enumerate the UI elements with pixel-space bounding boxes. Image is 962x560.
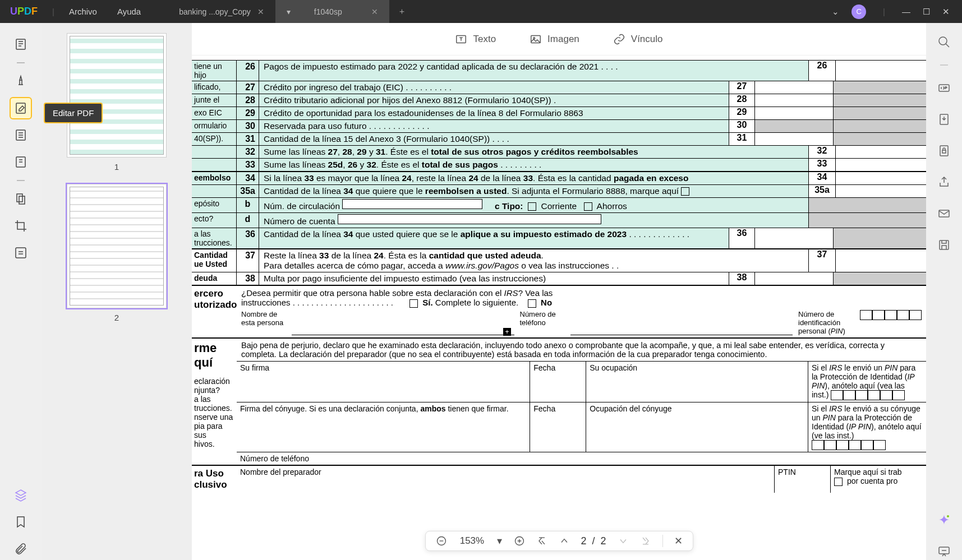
reader-tool[interactable]: [10, 33, 32, 55]
ocr-icon[interactable]: [935, 79, 953, 97]
svg-rect-18: [940, 240, 949, 249]
close-icon[interactable]: ✕: [371, 7, 378, 16]
edit-image-label: Imagen: [547, 34, 579, 45]
share-icon[interactable]: [935, 173, 953, 191]
svg-rect-6: [16, 248, 26, 258]
protect-icon[interactable]: [935, 142, 953, 160]
chevron-down-icon[interactable]: ▾: [287, 7, 291, 16]
close-window-icon[interactable]: ✕: [942, 7, 950, 17]
comment-tool[interactable]: [10, 70, 32, 92]
menu-file[interactable]: Archivo: [59, 7, 107, 16]
layers-tool[interactable]: [10, 484, 32, 506]
thumb-label: 1: [42, 162, 192, 172]
svg-rect-16: [942, 150, 946, 153]
tab-label: f1040sp: [314, 7, 342, 16]
svg-point-19: [947, 515, 949, 517]
user-avatar[interactable]: C: [851, 4, 866, 19]
ai-icon[interactable]: [935, 511, 953, 529]
zoom-level[interactable]: 153%: [458, 535, 486, 547]
svg-rect-0: [16, 39, 25, 49]
new-tab-button[interactable]: ＋: [389, 6, 415, 17]
prev-page-button[interactable]: [558, 535, 569, 547]
edit-pdf-tool[interactable]: [10, 97, 32, 119]
crop-tool[interactable]: [10, 215, 32, 237]
edit-link-label: Vínculo: [631, 34, 663, 45]
redact-tool[interactable]: [10, 242, 32, 264]
next-page-button[interactable]: [618, 535, 629, 547]
minimize-icon[interactable]: —: [902, 7, 910, 16]
edit-text-label: Texto: [473, 34, 496, 45]
edit-pdf-tooltip: Editar PDF: [44, 103, 103, 123]
app-logo: UPDF: [0, 6, 48, 17]
edit-image-button[interactable]: Imagen: [530, 33, 579, 45]
page-thumbnail-1[interactable]: [67, 33, 167, 158]
svg-rect-17: [939, 210, 949, 217]
first-page-button[interactable]: [536, 535, 547, 547]
organize-tool[interactable]: [10, 124, 32, 146]
svg-rect-4: [17, 194, 22, 202]
edit-text-button[interactable]: Texto: [455, 33, 496, 45]
attachment-tool[interactable]: [10, 538, 32, 560]
page-indicator[interactable]: 2 / 2: [581, 535, 606, 547]
svg-rect-15: [940, 146, 948, 156]
email-icon[interactable]: [935, 205, 953, 223]
separator: |: [48, 7, 59, 16]
separator: [17, 62, 25, 63]
separator: [17, 180, 25, 181]
svg-point-12: [939, 37, 947, 45]
tab-label: banking ...opy_Copy: [179, 7, 251, 16]
zoom-in-button[interactable]: [513, 535, 524, 547]
menu-help[interactable]: Ayuda: [107, 7, 151, 16]
tab-f1040sp[interactable]: ▾ f1040sp ✕: [275, 0, 389, 23]
bookmark-tool[interactable]: [10, 511, 32, 533]
zoom-dropdown[interactable]: ▾: [497, 535, 502, 547]
separator: |: [878, 7, 890, 16]
document-page: tiene un hijo26Pagos de impuesto estimad…: [192, 55, 926, 493]
separator: [662, 535, 663, 547]
svg-rect-5: [19, 196, 25, 204]
tab-banking[interactable]: banking ...opy_Copy ✕: [168, 0, 275, 23]
close-icon[interactable]: ✕: [257, 7, 264, 16]
page-nav-toolbar: 153% ▾ 2 / 2 ✕: [425, 531, 693, 551]
convert-icon[interactable]: [935, 110, 953, 128]
close-toolbar-button[interactable]: ✕: [674, 535, 683, 547]
zoom-out-button[interactable]: [435, 535, 447, 547]
save-icon[interactable]: [935, 236, 953, 254]
page-thumbnail-2[interactable]: [67, 184, 167, 308]
pages-tool[interactable]: [10, 188, 32, 210]
thumb-label: 2: [42, 313, 192, 322]
search-icon[interactable]: [935, 33, 953, 51]
separator: [940, 64, 948, 66]
forms-tool[interactable]: [10, 151, 32, 173]
maximize-icon[interactable]: ☐: [923, 7, 930, 17]
last-page-button[interactable]: [640, 535, 651, 547]
edit-link-button[interactable]: Vínculo: [613, 33, 663, 45]
chevron-down-icon[interactable]: ⌄: [832, 7, 839, 17]
chat-icon[interactable]: [935, 542, 953, 560]
